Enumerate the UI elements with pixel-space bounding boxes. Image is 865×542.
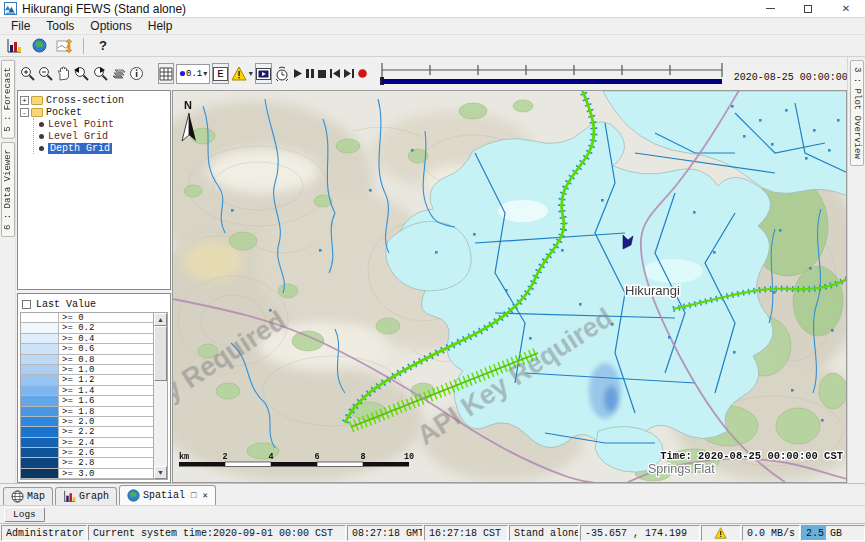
- spatial-display-button[interactable]: [28, 36, 50, 56]
- zoom-in-button[interactable]: [20, 63, 36, 84]
- help-button[interactable]: ?: [92, 36, 114, 56]
- profile-display-button[interactable]: [53, 36, 75, 56]
- layers-icon: [111, 67, 127, 81]
- hand-icon: [56, 66, 71, 81]
- tab-restore-icon[interactable]: □: [191, 491, 196, 501]
- menu-options[interactable]: Options: [83, 19, 138, 33]
- scrollbar-thumb[interactable]: [154, 326, 167, 381]
- tab-map[interactable]: Map: [3, 487, 53, 505]
- pan-button[interactable]: [56, 63, 71, 84]
- legend-swatch: [21, 427, 59, 436]
- legend-label: >= 1.6: [59, 396, 153, 405]
- close-button[interactable]: ✕: [827, 0, 865, 17]
- tab-close-icon[interactable]: ✕: [202, 490, 207, 501]
- zoom-next-icon: [92, 66, 109, 82]
- last-value-checkbox[interactable]: [22, 300, 31, 309]
- menu-tools[interactable]: Tools: [39, 19, 81, 33]
- tree-label: Level Point: [48, 119, 114, 130]
- tree-item-level-point[interactable]: Level Point: [37, 118, 168, 130]
- legend-swatch: [21, 313, 59, 322]
- tab-data-viewer[interactable]: 6 : Data Viewer: [1, 142, 15, 237]
- minimize-icon: [766, 8, 775, 9]
- zoom-previous-button[interactable]: [73, 63, 90, 84]
- legend-row: >= 0.6: [21, 344, 153, 354]
- menu-help[interactable]: Help: [141, 19, 180, 33]
- skip-start-icon: [329, 68, 341, 79]
- legend-label: >= 2.8: [59, 458, 153, 467]
- timer-icon: [274, 66, 290, 82]
- help-icon: ?: [99, 38, 107, 53]
- legend-swatch: [21, 438, 59, 447]
- layers-button[interactable]: [111, 63, 127, 84]
- zoom-out-button[interactable]: [38, 63, 54, 84]
- legend-row: >= 2.6: [21, 448, 153, 458]
- title-bar: Hikurangi FEWS (Stand alone) ✕: [0, 0, 865, 18]
- right-tab-strip: 3 : Plot Overview: [847, 57, 865, 483]
- scroll-up-icon[interactable]: ▲: [154, 313, 167, 326]
- status-warning[interactable]: [701, 525, 741, 541]
- legend-scrollbar[interactable]: ▲ ▼: [153, 313, 167, 479]
- skip-start-button[interactable]: [329, 63, 341, 84]
- scroll-down-icon[interactable]: ▼: [154, 466, 167, 479]
- collapse-icon[interactable]: -: [20, 108, 29, 117]
- legend-list: >= 0 >= 0.2 >= 0.4 >= 0.6 >= 0.8 >= 1.0 …: [20, 312, 168, 480]
- svg-text:8: 8: [360, 452, 365, 462]
- chevron-down-icon: ▾: [249, 69, 253, 78]
- maximize-icon: [804, 5, 812, 13]
- toolbar-datetime: 2020-08-25 00:00:00 CST: [734, 72, 865, 83]
- legend-label: >= 0.4: [59, 334, 153, 343]
- status-user: Administrator: [1, 525, 87, 541]
- legend-title: Last Value: [36, 299, 96, 310]
- legend-label: >= 1.0: [59, 365, 153, 374]
- minimize-button[interactable]: [751, 0, 789, 17]
- map-canvas[interactable]: API Key Required API Key Required N km 2…: [173, 91, 847, 482]
- warning-dropdown-button[interactable]: ▾: [231, 63, 253, 84]
- tree-item-cross-section[interactable]: + Cross-section: [20, 94, 168, 106]
- zoom-in-icon: [20, 66, 36, 82]
- zoom-next-button[interactable]: [92, 63, 109, 84]
- pause-button[interactable]: [305, 63, 315, 84]
- tab-spatial[interactable]: Spatial □ ✕: [119, 485, 216, 505]
- zoom-previous-icon: [73, 66, 90, 82]
- legend-swatch: [21, 365, 59, 374]
- place-label: Springs Flat: [648, 462, 715, 476]
- info-icon: [129, 66, 144, 81]
- expand-icon[interactable]: +: [20, 96, 29, 105]
- pause-icon: [305, 68, 315, 79]
- record-icon: [357, 68, 368, 79]
- close-icon: ✕: [842, 3, 850, 14]
- legend-swatch: [21, 355, 59, 364]
- timeseries-display-button[interactable]: [3, 36, 25, 56]
- bar-chart-icon: [6, 38, 22, 54]
- legend-swatch: [21, 448, 59, 457]
- classbreak-dropdown[interactable]: 0.1 ▾: [176, 64, 210, 84]
- svg-text:4: 4: [268, 452, 273, 462]
- stop-button[interactable]: [317, 63, 327, 84]
- menu-bar: File Tools Options Help: [0, 18, 865, 35]
- movie-player-button[interactable]: [255, 63, 272, 84]
- maximize-button[interactable]: [789, 0, 827, 17]
- left-tab-strip: 5 : Forecast 6 : Data Viewer: [0, 57, 16, 483]
- info-button[interactable]: [129, 63, 144, 84]
- tree-item-level-grid[interactable]: Level Grid: [37, 130, 168, 142]
- tab-graph[interactable]: Graph: [55, 487, 117, 505]
- tree-item-depth-grid[interactable]: Depth Grid: [37, 142, 168, 154]
- tab-plot-overview[interactable]: 3 : Plot Overview: [850, 60, 864, 166]
- menu-file[interactable]: File: [4, 19, 37, 33]
- animation-timer-button[interactable]: [274, 63, 290, 84]
- record-button[interactable]: [357, 63, 368, 84]
- legend-label: >= 2.6: [59, 448, 153, 457]
- status-mode: Stand alone: [509, 525, 579, 541]
- tree-item-pocket[interactable]: - Pocket: [20, 106, 168, 118]
- legend-swatch: [21, 386, 59, 395]
- profile-chart-icon: [56, 38, 73, 54]
- skip-end-button[interactable]: [343, 63, 355, 84]
- tab-forecast[interactable]: 5 : Forecast: [1, 60, 15, 139]
- legend-swatch: [21, 417, 59, 426]
- grid-display-button[interactable]: [158, 63, 174, 84]
- logs-button[interactable]: Logs: [4, 507, 45, 522]
- timeline-slider[interactable]: [378, 61, 726, 87]
- play-button[interactable]: [292, 63, 303, 84]
- label-toggle-button[interactable]: E: [212, 63, 229, 84]
- globe-icon: [127, 489, 140, 502]
